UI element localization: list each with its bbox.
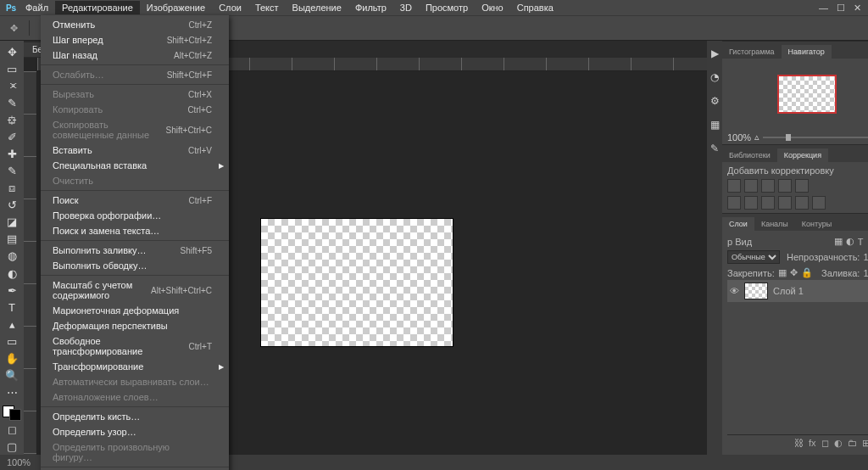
menu-окно[interactable]: Окно — [475, 1, 510, 14]
screenmode-icon[interactable]: ▢ — [3, 439, 21, 455]
menu-item[interactable]: Шаг назадAlt+Ctrl+Z — [41, 48, 229, 63]
move-tool-icon[interactable]: ✥ — [3, 44, 21, 59]
document-canvas[interactable] — [261, 219, 453, 346]
color-swatch[interactable] — [3, 406, 21, 421]
path-select-tool-icon[interactable]: ▴ — [3, 316, 21, 332]
menu-редактирование[interactable]: Редактирование — [55, 1, 140, 14]
zoom-out-icon[interactable]: ▵ — [754, 131, 760, 143]
menu-слои[interactable]: Слои — [212, 1, 248, 14]
menu-item[interactable]: Деформация перспективы — [41, 318, 229, 333]
gradient-tool-icon[interactable]: ▤ — [3, 232, 21, 247]
menu-item[interactable]: Поиск и замена текста… — [41, 223, 229, 238]
adj-curves-icon[interactable] — [761, 179, 775, 193]
new-group-icon[interactable]: 🗀 — [848, 438, 857, 449]
menu-item[interactable]: Проверка орфографии… — [41, 208, 229, 223]
menu-item[interactable]: ОтменитьCtrl+Z — [41, 17, 229, 32]
ruler-vertical[interactable] — [24, 71, 37, 455]
adj-channel-mixer-icon[interactable] — [778, 196, 792, 210]
shape-tool-icon[interactable]: ▭ — [3, 333, 21, 349]
status-zoom[interactable]: 100% — [7, 457, 31, 467]
menu-item[interactable]: Трансформирование▶ — [41, 359, 229, 374]
dodge-tool-icon[interactable]: ◐ — [3, 266, 21, 281]
layer-mask-icon[interactable]: ◻ — [821, 438, 829, 449]
minimize-icon[interactable]: — — [819, 3, 828, 14]
menu-item[interactable]: ПоискCtrl+F — [41, 193, 229, 208]
adj-brightness-icon[interactable] — [727, 179, 741, 193]
visibility-icon[interactable]: 👁 — [729, 286, 739, 296]
adj-vibrance-icon[interactable] — [795, 179, 809, 193]
menu-item[interactable]: Выполнить заливку…Shift+F5 — [41, 243, 229, 258]
menu-текст[interactable]: Текст — [248, 1, 286, 14]
layer-fx-icon[interactable]: fx — [809, 438, 816, 449]
stamp-tool-icon[interactable]: ⧈ — [3, 181, 21, 196]
layer-name[interactable]: Слой 1 — [773, 286, 804, 296]
edit-toolbar-icon[interactable]: ⋯ — [3, 385, 21, 400]
pen-tool-icon[interactable]: ✒ — [3, 283, 21, 298]
tab-navigator[interactable]: Навигатор — [782, 45, 832, 59]
play-icon[interactable]: ▶ — [707, 46, 722, 61]
filter-pixel-icon[interactable]: ▦ — [834, 236, 843, 247]
navigator-zoom-slider[interactable] — [763, 137, 868, 138]
blend-mode-select[interactable]: Обычные — [727, 250, 780, 264]
new-adjustment-icon[interactable]: ◐ — [834, 438, 843, 449]
lock-position-icon[interactable]: ✥ — [790, 267, 798, 278]
adj-exposure-icon[interactable] — [778, 179, 792, 193]
blur-tool-icon[interactable]: ◍ — [3, 249, 21, 264]
menu-item[interactable]: Специальная вставка▶ — [41, 158, 229, 173]
quick-select-tool-icon[interactable]: ✎ — [3, 95, 21, 110]
new-layer-icon[interactable]: ⊞ — [862, 438, 868, 449]
filter-type-icon[interactable]: T — [858, 237, 864, 247]
adj-levels-icon[interactable] — [744, 179, 758, 193]
menu-item[interactable]: Определить кисть… — [41, 409, 229, 424]
eraser-tool-icon[interactable]: ◪ — [3, 215, 21, 230]
tab-layers[interactable]: Слои — [722, 217, 754, 231]
adj-hue-icon[interactable] — [727, 196, 741, 210]
swatches-icon[interactable]: ▦ — [707, 117, 722, 132]
properties-icon[interactable]: ⚙ — [707, 93, 722, 109]
menu-фильтр[interactable]: Фильтр — [348, 1, 393, 14]
adj-bw-icon[interactable] — [744, 196, 758, 210]
adj-invert-icon[interactable] — [812, 196, 826, 210]
close-icon[interactable]: ✕ — [854, 3, 861, 14]
healing-tool-icon[interactable]: ✚ — [3, 146, 21, 161]
layer-row[interactable]: 👁 Слой 1 — [727, 280, 868, 302]
marquee-tool-icon[interactable]: ▭ — [3, 61, 21, 76]
menu-3d[interactable]: 3D — [393, 1, 419, 14]
type-tool-icon[interactable]: T — [3, 299, 21, 315]
menu-справка[interactable]: Справка — [510, 1, 560, 14]
opacity-value[interactable]: 100% — [863, 252, 868, 262]
adj-photo-filter-icon[interactable] — [761, 196, 775, 210]
layer-thumbnail[interactable] — [744, 283, 768, 299]
adj-color-lookup-icon[interactable] — [795, 196, 809, 210]
brushes-icon[interactable]: ✎ — [707, 141, 722, 156]
eyedropper-tool-icon[interactable]: ✐ — [3, 129, 21, 144]
history-brush-tool-icon[interactable]: ↺ — [3, 198, 21, 213]
crop-tool-icon[interactable]: ⯐ — [3, 112, 21, 127]
menu-файл[interactable]: Файл — [19, 1, 55, 14]
tab-histogram[interactable]: Гистограмма — [722, 45, 782, 59]
maximize-icon[interactable]: ☐ — [837, 3, 845, 14]
menu-item[interactable]: Марионеточная деформация — [41, 303, 229, 318]
tab-channels[interactable]: Каналы — [754, 217, 795, 231]
menu-выделение[interactable]: Выделение — [286, 1, 348, 14]
menu-item[interactable]: Шаг впередShift+Ctrl+Z — [41, 32, 229, 48]
fill-value[interactable]: 100% — [863, 268, 868, 278]
brush-tool-icon[interactable]: ✎ — [3, 164, 21, 179]
menu-просмотр[interactable]: Просмотр — [419, 1, 475, 14]
lasso-tool-icon[interactable]: ⪤ — [3, 78, 21, 93]
move-tool-icon[interactable]: ✥ — [7, 21, 20, 35]
menu-item[interactable]: ВставитьCtrl+V — [41, 143, 229, 158]
quickmask-icon[interactable]: ◻ — [3, 422, 21, 438]
tab-adjustments[interactable]: Коррекция — [777, 148, 828, 162]
tab-paths[interactable]: Контуры — [795, 217, 838, 231]
menu-item[interactable]: Определить узор… — [41, 424, 229, 439]
menu-изображение[interactable]: Изображение — [140, 1, 212, 14]
link-layers-icon[interactable]: ⛓ — [794, 438, 804, 449]
filter-adjust-icon[interactable]: ◐ — [846, 236, 854, 247]
zoom-tool-icon[interactable]: 🔍 — [3, 367, 21, 383]
menu-item[interactable]: Свободное трансформированиеCtrl+T — [41, 333, 229, 359]
hand-tool-icon[interactable]: ✋ — [3, 350, 21, 366]
tab-libraries[interactable]: Библиотеки — [722, 148, 777, 162]
menu-item[interactable]: Масштаб с учетом содержимогоAlt+Shift+Ct… — [41, 277, 229, 303]
lock-all-icon[interactable]: 🔒 — [801, 267, 813, 278]
